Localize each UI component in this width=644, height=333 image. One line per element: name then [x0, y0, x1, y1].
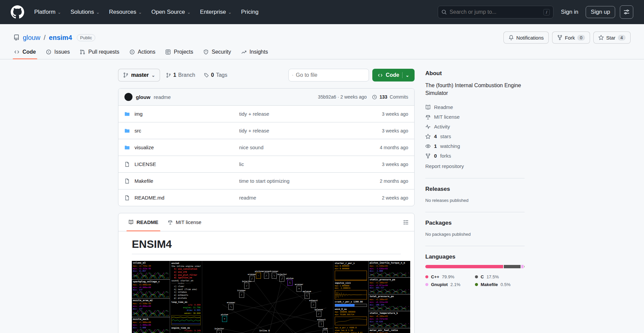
chevron-down-icon: ⌄	[228, 10, 232, 14]
sim-loop-timer: loop_time_ms u/w: 0.000engine: 11.796dra…	[171, 301, 201, 325]
slash-shortcut-key: /	[543, 9, 550, 15]
star-button[interactable]: Star 4	[593, 32, 631, 44]
appearance-settings-button[interactable]	[620, 5, 633, 19]
sim-plot-panel: sparkplug_voltage_v max: +3.000e+04 min:…	[132, 280, 170, 298]
waveform	[133, 273, 169, 279]
file-commit-message[interactable]: tidy + release	[239, 111, 378, 117]
nav-menu-item[interactable]: Solutions ⌄	[67, 6, 103, 18]
outline-button[interactable]	[404, 220, 409, 225]
console-line: e| use_sfd	[171, 271, 201, 274]
file-link[interactable]: visualize	[135, 145, 154, 150]
stars-link[interactable]: 4 stars	[425, 131, 525, 141]
tab-projects[interactable]: Projects	[162, 49, 197, 59]
activity-link[interactable]: Activity	[425, 122, 525, 131]
releases-title[interactable]: Releases	[425, 186, 525, 192]
file-link[interactable]: img	[135, 111, 143, 117]
table-row[interactable]: src tidy + release 3 weeks ago	[118, 122, 414, 139]
commit-author-link[interactable]: glouw	[136, 94, 150, 100]
file-commit-date: 2 weeks ago	[382, 195, 408, 201]
pulse-icon	[425, 124, 431, 129]
avatar[interactable]	[124, 93, 132, 101]
tags-link[interactable]: 0 Tags	[201, 72, 230, 78]
forks-link[interactable]: 0 forks	[425, 151, 525, 161]
go-to-file[interactable]	[288, 69, 369, 81]
github-logo-icon[interactable]	[11, 5, 24, 19]
table-row[interactable]: README.md readme 2 weeks ago	[118, 189, 414, 206]
commit-history-link[interactable]: 133 Commits	[372, 94, 408, 100]
repo-actions: Notifications Fork 0 Star 4	[503, 32, 631, 44]
file-commit-message[interactable]: readme	[239, 195, 378, 201]
loop-time-plot	[171, 315, 201, 325]
search-input[interactable]	[449, 9, 540, 15]
tab-issues[interactable]: Issues	[43, 49, 73, 59]
file-commit-message[interactable]: nice sound	[239, 145, 376, 150]
fork-count-badge: 0	[577, 35, 585, 41]
sim-plot-title: total_pressure_pa	[370, 295, 409, 298]
code-button-label: Code	[386, 72, 399, 78]
commit-message-link[interactable]: readme	[154, 94, 171, 100]
readme-link[interactable]: Readme	[425, 102, 525, 112]
file-link[interactable]: README.md	[135, 195, 164, 201]
table-row[interactable]: LICENSE lic 3 weeks ago	[118, 156, 414, 172]
nav-menu-item[interactable]: Platform ⌄	[31, 6, 64, 18]
file-link[interactable]: Makefile	[135, 178, 153, 184]
nav-menu-item[interactable]: Resources ⌄	[106, 6, 145, 18]
fork-button[interactable]: Fork 0	[552, 32, 590, 44]
nav-menu-item[interactable]: Enterprise ⌄	[197, 6, 235, 18]
nav-item-label: Platform	[34, 9, 55, 15]
language-bar-segment	[524, 265, 525, 268]
tab-pull-requests[interactable]: Pull requests	[76, 49, 123, 59]
global-search[interactable]: /	[438, 6, 553, 18]
notifications-button[interactable]: Notifications	[503, 32, 549, 44]
timer-row: waves: 16.644	[171, 312, 201, 315]
sign-in-link[interactable]: Sign in	[558, 7, 581, 17]
packages-title[interactable]: Packages	[425, 220, 525, 226]
timer-row: engine: 11.796	[171, 306, 201, 309]
branch-selector[interactable]: master ⌄	[118, 69, 160, 81]
tab-security[interactable]: Security	[200, 49, 234, 59]
language-item[interactable]: Makefile 0.5%	[475, 281, 525, 288]
go-to-file-input[interactable]	[296, 72, 365, 78]
tab-insights[interactable]: Insights	[238, 49, 271, 59]
nav-menu-item[interactable]: Pricing	[238, 6, 264, 18]
branches-link[interactable]: 1 Branch	[163, 72, 198, 78]
language-item[interactable]: C 17.5%	[475, 273, 525, 281]
sign-up-button[interactable]: Sign up	[586, 6, 615, 18]
repo-owner-link[interactable]: glouw	[23, 34, 40, 42]
report-repository-link[interactable]: Report repository	[425, 163, 464, 169]
tab-code[interactable]: Code	[11, 49, 39, 59]
sim-plot-max: max: +1.109e+07	[370, 298, 409, 301]
node-label: sink	[320, 327, 330, 330]
language-name: Makefile	[481, 282, 498, 287]
chevron-down-icon: ⌄	[138, 10, 142, 14]
file-commit-date: 3 weeks ago	[382, 162, 408, 167]
code-dropdown-button[interactable]: Code ⌄	[372, 69, 415, 81]
commit-hash-time[interactable]: 35b92a6 · 2 weeks ago	[318, 94, 367, 100]
file-commit-message[interactable]: tidy + release	[239, 128, 378, 133]
language-legend: C++ 79.9% C 17.5% Gnuplot 2.1% Makefile …	[425, 273, 525, 288]
sim-plot-div: div: inf	[133, 288, 169, 291]
tab-readme[interactable]: README	[124, 213, 163, 231]
readme-heading: ENSIM4	[132, 238, 401, 254]
console-line: e| exhausts	[171, 294, 201, 297]
language-item[interactable]: C++ 79.9%	[425, 273, 475, 281]
node-label: irunner	[269, 270, 279, 272]
watching-link[interactable]: 1 watching	[425, 141, 525, 151]
language-item[interactable]: Gnuplot 2.1%	[425, 281, 475, 288]
nav-menu-item[interactable]: Open Source ⌄	[148, 6, 194, 18]
file-commit-message[interactable]: time to start optimizing	[239, 178, 376, 184]
file-link[interactable]: src	[135, 128, 141, 133]
table-row[interactable]: img tidy + release 3 weeks ago	[118, 105, 414, 122]
file-commit-message[interactable]: lic	[239, 161, 378, 167]
license-link[interactable]: MIT license	[425, 112, 525, 122]
crank-progress-track	[335, 304, 367, 307]
folder-icon	[124, 128, 130, 133]
file-link[interactable]: LICENSE	[135, 161, 156, 167]
table-row[interactable]: Makefile time to start optimizing 2 mont…	[118, 172, 414, 189]
tab-mit-license[interactable]: MIT license	[163, 213, 206, 231]
repo-name-link[interactable]: ensim4	[49, 34, 72, 42]
repo-description: The (fourth) Internal Combustion Engine …	[425, 81, 525, 97]
fork-label: Fork	[565, 35, 575, 41]
table-row[interactable]: visualize nice sound 4 months ago	[118, 139, 414, 156]
tab-actions[interactable]: Actions	[126, 49, 159, 59]
